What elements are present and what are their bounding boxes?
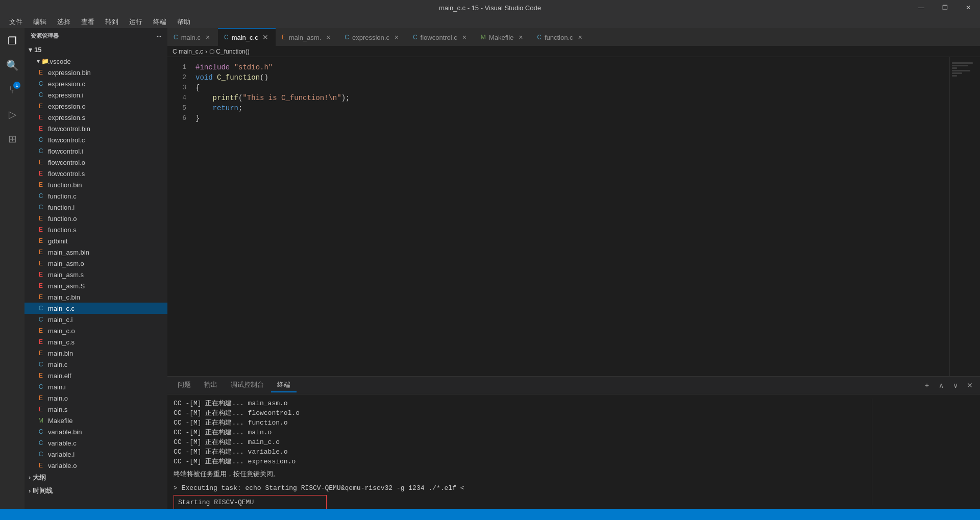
terminal-output-line: Starting RISCV-QEMU xyxy=(178,498,322,507)
file-tree-item-function.o[interactable]: Efunction.o xyxy=(24,213,167,224)
minimize-button[interactable]: — xyxy=(910,0,933,15)
menu-item-帮助[interactable]: 帮助 xyxy=(173,16,194,28)
activity-icon-extensions[interactable]: ⊞ xyxy=(2,129,22,149)
file-tree-item-function.s[interactable]: Efunction.s xyxy=(24,224,167,235)
code-editor[interactable]: 123456 #include "stdio.h"void C_function… xyxy=(167,57,949,376)
tab-close-button[interactable]: × xyxy=(204,33,212,41)
activity-icon-explorer[interactable]: ❐ xyxy=(2,31,22,51)
file-tree-item-variable.o[interactable]: Evariable.o xyxy=(24,460,167,471)
tab-flowcontrol.c[interactable]: Cflowcontrol.c× xyxy=(407,28,475,46)
file-tree-item-gdbinit[interactable]: Egdbinit xyxy=(24,235,167,246)
section-大纲[interactable]: › 大纲 xyxy=(24,471,167,484)
file-tree-item-main.o[interactable]: Emain.o xyxy=(24,392,167,404)
editor-area: Cmain.c×Cmain_c.c✕Emain_asm.×Cexpression… xyxy=(167,28,980,509)
file-icon-o: E xyxy=(37,462,45,469)
sidebar-more[interactable]: ··· xyxy=(157,33,161,39)
menu-item-运行[interactable]: 运行 xyxy=(125,16,146,28)
file-tree-item-main.c[interactable]: Cmain.c xyxy=(24,359,167,370)
file-tree-item-main.bin[interactable]: Emain.bin xyxy=(24,348,167,359)
tab-main_c.c[interactable]: Cmain_c.c✕ xyxy=(218,28,276,46)
tab-close-button[interactable]: × xyxy=(393,33,401,41)
tab-Makefile[interactable]: MMakefile× xyxy=(475,28,531,46)
file-tree-item-main_c.c[interactable]: Cmain_c.c xyxy=(24,303,167,314)
file-tree-item-flowcontrol.c[interactable]: Cflowcontrol.c xyxy=(24,134,167,145)
tab-icon: C xyxy=(174,34,178,41)
file-tree-item-main_asm.o[interactable]: Emain_asm.o xyxy=(24,258,167,269)
menu-item-选择[interactable]: 选择 xyxy=(53,16,75,28)
menu-item-编辑[interactable]: 编辑 xyxy=(29,16,51,28)
file-tree-item-variable.c[interactable]: Cvariable.c xyxy=(24,437,167,449)
file-tree-item-Makefile[interactable]: MMakefile xyxy=(24,415,167,426)
file-tree-item-main_c.bin[interactable]: Emain_c.bin xyxy=(24,291,167,303)
file-name: flowcontrol.bin xyxy=(48,125,90,133)
menu-item-文件[interactable]: 文件 xyxy=(5,16,27,28)
file-icon-asm-red: E xyxy=(37,125,45,132)
file-tree-item-expression.i[interactable]: Cexpression.i xyxy=(24,89,167,101)
file-icon-c: C xyxy=(37,204,45,211)
file-tree-item-flowcontrol.o[interactable]: Eflowcontrol.o xyxy=(24,157,167,168)
close-button[interactable]: ✕ xyxy=(957,0,980,15)
file-tree-item-variable.i[interactable]: Cvariable.i xyxy=(24,449,167,460)
file-tree-item-main_c.o[interactable]: Emain_c.o xyxy=(24,325,167,336)
file-icon-asm-red: E xyxy=(37,282,45,289)
breadcrumb-function[interactable]: ⬡ C_function() xyxy=(209,48,250,55)
tab-function.c[interactable]: Cfunction.c× xyxy=(531,28,590,46)
code-line-5: return; xyxy=(195,103,949,113)
tab-close-button[interactable]: × xyxy=(324,33,332,41)
file-tree-item-main_c.s[interactable]: Emain_c.s xyxy=(24,336,167,348)
restore-button[interactable]: ❐ xyxy=(933,0,957,15)
activity-icon-search[interactable]: 🔍 xyxy=(2,55,22,76)
code-content[interactable]: #include "stdio.h"void C_function(){ pri… xyxy=(190,57,949,376)
activity-icon-source-control[interactable]: ⑂1 xyxy=(2,80,22,100)
file-tree-item-function.bin[interactable]: Efunction.bin xyxy=(24,179,167,190)
tab-close-button[interactable]: × xyxy=(460,33,469,41)
main-layout: ❐🔍⑂1▷⊞ 资源管理器 ··· ▾ 15 ▾ 📁.vscodeEexpress… xyxy=(0,28,980,509)
file-tree-item-flowcontrol.bin[interactable]: Eflowcontrol.bin xyxy=(24,123,167,134)
file-tree-item-function.c[interactable]: Cfunction.c xyxy=(24,190,167,202)
terminal-content[interactable]: CC -[M] 正在构建... main_asm.oCC -[M] 正在构建..… xyxy=(167,394,980,509)
activity-icon-debug[interactable]: ▷ xyxy=(2,104,22,125)
panel-tab-调试控制台[interactable]: 调试控制台 xyxy=(225,378,270,392)
file-tree-item-main_c.i[interactable]: Cmain_c.i xyxy=(24,314,167,325)
terminal-notice: 终端将被任务重用，按任意键关闭。 xyxy=(174,469,868,479)
file-tree-item-main_asm.bin[interactable]: Emain_asm.bin xyxy=(24,246,167,258)
tab-main_asm.[interactable]: Emain_asm.× xyxy=(276,28,339,46)
file-tree-item-flowcontrol.s[interactable]: Eflowcontrol.s xyxy=(24,168,167,179)
breadcrumb-file[interactable]: C main_c.c xyxy=(173,48,203,55)
file-tree-item-main.elf[interactable]: Emain.elf xyxy=(24,370,167,381)
file-name: main.elf xyxy=(48,372,71,380)
file-tree-item-function.i[interactable]: Cfunction.i xyxy=(24,202,167,213)
file-icon-asm: E xyxy=(37,69,45,76)
menu-item-转到[interactable]: 转到 xyxy=(101,16,122,28)
panel-tab-问题[interactable]: 问题 xyxy=(172,378,197,392)
tab-close-button[interactable]: × xyxy=(576,33,584,41)
file-tree-item-.vscode[interactable]: ▾ 📁.vscode xyxy=(24,56,167,67)
panel-action-3[interactable]: ✕ xyxy=(964,379,976,391)
panel-action-2[interactable]: ∨ xyxy=(949,379,962,391)
section-时间线[interactable]: › 时间线 xyxy=(24,484,167,498)
file-tree-item-expression.s[interactable]: Eexpression.s xyxy=(24,112,167,123)
file-tree-item-main_asm.s[interactable]: Emain_asm.s xyxy=(24,269,167,280)
file-name: main.c xyxy=(48,361,67,368)
file-tree-item-main.s[interactable]: Emain.s xyxy=(24,404,167,415)
file-icon-c: C xyxy=(37,192,45,200)
file-tree-item-main.i[interactable]: Cmain.i xyxy=(24,381,167,392)
tab-main.c[interactable]: Cmain.c× xyxy=(167,28,218,46)
panel-tab-终端[interactable]: 终端 xyxy=(271,378,297,392)
file-tree-item-main_asm.S[interactable]: Emain_asm.S xyxy=(24,280,167,291)
panel-action-0[interactable]: + xyxy=(921,379,933,391)
tab-close-button[interactable]: ✕ xyxy=(261,33,270,41)
file-tree-item-expression.c[interactable]: Cexpression.c xyxy=(24,78,167,89)
panel-tab-输出[interactable]: 输出 xyxy=(198,378,224,392)
file-tree-item-expression.o[interactable]: Eexpression.o xyxy=(24,101,167,112)
project-root[interactable]: ▾ 15 xyxy=(24,44,167,56)
menu-item-查看[interactable]: 查看 xyxy=(77,16,99,28)
tab-expression.c[interactable]: Cexpression.c× xyxy=(338,28,407,46)
panel-action-1[interactable]: ∧ xyxy=(935,379,947,391)
file-name: function.c xyxy=(48,192,77,200)
file-tree-item-flowcontrol.i[interactable]: Cflowcontrol.i xyxy=(24,145,167,157)
file-tree-item-expression.bin[interactable]: Eexpression.bin xyxy=(24,67,167,78)
file-tree-item-variable.bin[interactable]: Cvariable.bin xyxy=(24,426,167,437)
tab-close-button[interactable]: × xyxy=(517,33,525,41)
menu-item-终端[interactable]: 终端 xyxy=(149,16,170,28)
